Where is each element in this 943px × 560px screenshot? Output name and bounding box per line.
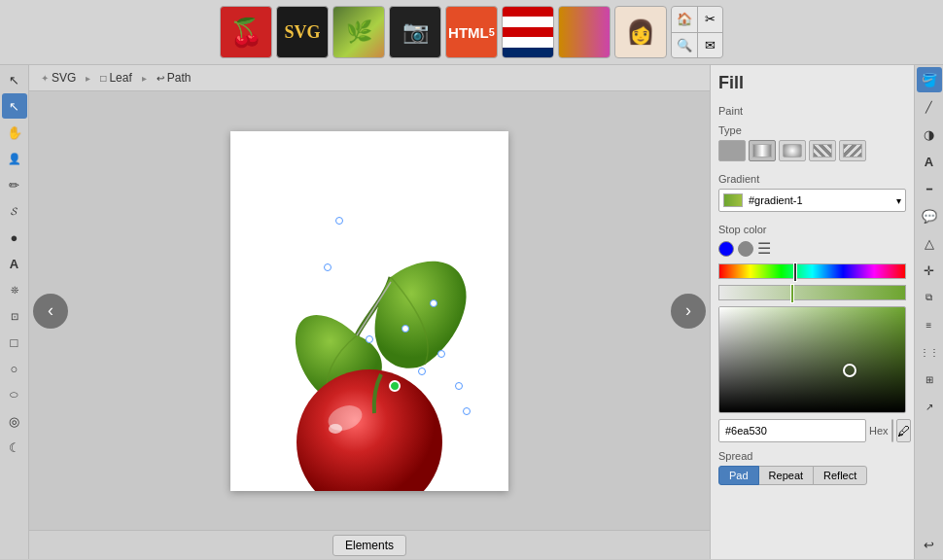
spread-label: Spread <box>718 450 906 462</box>
sel-point-4[interactable] <box>402 325 409 332</box>
hex-up-arrow[interactable]: ▲ <box>892 420 893 431</box>
tool-rect[interactable]: □ <box>2 330 27 355</box>
far-right-layers-btn[interactable]: ⧉ <box>917 285 942 310</box>
spread-reflect-label: Reflect <box>823 470 856 481</box>
stop-menu-icon[interactable]: ☰ <box>757 239 771 258</box>
search-icon[interactable]: 🔍 <box>672 33 697 58</box>
far-right-undo-btn[interactable]: ↩ <box>917 532 942 557</box>
flag-btn[interactable] <box>502 6 554 58</box>
far-right-contrast-btn[interactable]: ◑ <box>917 122 942 147</box>
far-right-export-btn[interactable]: ↗ <box>917 394 942 419</box>
breadcrumb-svg[interactable]: ✦ SVG <box>35 69 82 87</box>
sel-point-1[interactable] <box>335 217 343 225</box>
tool-node[interactable]: ↖ <box>2 93 27 119</box>
camera-btn[interactable]: 📷 <box>389 6 441 58</box>
type-pattern2-btn[interactable] <box>839 140 866 161</box>
sel-point-3[interactable] <box>366 335 373 343</box>
photo-btn[interactable]: 🌿 <box>332 6 385 58</box>
stop-color-label: Stop color <box>718 224 906 235</box>
hex-spinner[interactable]: ▲ ▼ <box>891 419 893 442</box>
cherry-icon-btn[interactable]: 🍒 <box>220 6 272 58</box>
hex-input[interactable] <box>718 419 866 442</box>
far-right-columns-btn[interactable]: ⋮⋮ <box>917 339 942 365</box>
sel-point-9[interactable] <box>463 407 471 415</box>
stop-circle-gray[interactable] <box>738 241 753 257</box>
sel-point-8[interactable] <box>455 382 463 390</box>
type-pattern1-btn[interactable] <box>809 140 836 161</box>
breadcrumb-path[interactable]: ↩ Path <box>151 69 197 87</box>
fill-title: Fill <box>718 73 906 93</box>
stop-circle-blue[interactable] <box>718 241 734 257</box>
canvas-container: ‹ <box>29 91 710 530</box>
far-right-move-btn[interactable]: ✛ <box>917 258 942 283</box>
breadcrumb-svg-label: SVG <box>52 71 76 85</box>
spread-reflect-btn[interactable]: Reflect <box>813 466 867 485</box>
color-picker-area[interactable] <box>718 306 906 413</box>
gradient-btn[interactable] <box>558 6 611 58</box>
path-icon-small: ↩ <box>157 73 164 84</box>
color-bar-indicator <box>793 262 797 282</box>
far-right-comment-btn[interactable]: 💬 <box>917 203 942 228</box>
tool-circle[interactable]: ○ <box>2 356 27 381</box>
bottom-bar: Elements <box>29 530 710 559</box>
html5-btn[interactable]: HTML5 <box>445 6 498 58</box>
picker-handle[interactable] <box>843 364 856 377</box>
alpha-bar-indicator <box>790 284 794 303</box>
breadcrumb-leaf[interactable]: □ Leaf <box>94 69 137 87</box>
far-right-triangle-btn[interactable]: △ <box>917 230 942 256</box>
elements-btn[interactable]: Elements <box>332 535 406 556</box>
svg-editor-btn[interactable]: SVG <box>276 6 329 58</box>
tool-text[interactable]: A <box>2 251 27 276</box>
spread-pad-btn[interactable]: Pad <box>718 466 759 485</box>
spread-repeat-label: Repeat <box>769 470 803 481</box>
hex-label: Hex <box>869 425 889 437</box>
svg-icon-small: ✦ <box>41 73 49 84</box>
tool-selector[interactable]: ⊡ <box>2 303 27 329</box>
tool-arrow[interactable]: ↖ <box>2 67 27 92</box>
tool-crescent[interactable]: ☾ <box>2 435 27 460</box>
color-spectrum-bar[interactable] <box>718 263 906 279</box>
spread-repeat-btn[interactable]: Repeat <box>758 466 814 485</box>
far-right-pencil-btn[interactable]: ╱ <box>917 94 942 120</box>
type-label: Type <box>718 124 906 136</box>
sel-point-7[interactable] <box>418 368 426 375</box>
gradient-handle[interactable] <box>389 380 401 392</box>
nav-prev-btn[interactable]: ‹ <box>33 294 68 329</box>
sel-point-6[interactable] <box>437 350 445 358</box>
tool-pencil[interactable]: ✏ <box>2 172 27 197</box>
tool-ellipse[interactable]: ⬭ <box>2 382 27 407</box>
hex-row: Hex ▲ ▼ 🖊 <box>718 419 906 442</box>
tool-person[interactable]: 👤 <box>2 146 27 171</box>
scissors-icon[interactable]: ✂ <box>698 7 723 32</box>
type-linear-btn[interactable] <box>749 140 776 161</box>
hex-down-arrow[interactable]: ▼ <box>892 431 893 441</box>
far-right-paint-btn[interactable]: 🪣 <box>917 67 942 92</box>
utility-grid: 🏠 ✂ 🔍 ✉ <box>671 6 723 58</box>
far-right-list-btn[interactable]: ≡ <box>917 312 942 337</box>
tool-hand[interactable]: ✋ <box>2 120 27 145</box>
gradient-select[interactable]: #gradient-1 ▾ <box>718 189 906 212</box>
tool-blob[interactable]: ● <box>2 225 27 250</box>
svg-point-2 <box>329 424 342 434</box>
tool-callig[interactable]: 𝓢 <box>2 198 27 224</box>
gradient-value: #gradient-1 <box>749 194 803 206</box>
nav-next-btn[interactable]: › <box>671 294 706 329</box>
tool-spiral[interactable]: ◎ <box>2 408 27 434</box>
breadcrumb: ✦ SVG ▸ □ Leaf ▸ ↩ Path <box>29 65 710 91</box>
far-right-grid-btn[interactable]: ⊞ <box>917 367 942 392</box>
color-picker-bg <box>719 307 905 412</box>
face-btn[interactable]: 👩 <box>614 6 667 58</box>
far-right-text-btn[interactable]: A <box>917 149 942 174</box>
top-toolbar: 🍒 SVG 🌿 📷 HTML5 👩 🏠 ✂ 🔍 ✉ <box>0 0 943 65</box>
tool-spray[interactable]: ❊ <box>2 277 27 302</box>
home-icon[interactable]: 🏠 <box>672 7 697 32</box>
color-picker-btn[interactable]: 🖊 <box>896 419 911 442</box>
sel-point-5[interactable] <box>430 299 437 307</box>
sel-point-2[interactable] <box>324 263 332 271</box>
mail-icon[interactable]: ✉ <box>698 33 723 58</box>
drawing-canvas[interactable] <box>230 131 508 491</box>
type-flat-btn[interactable] <box>718 140 746 161</box>
type-radial-btn[interactable] <box>779 140 806 161</box>
far-right-ruler-btn[interactable]: ━ <box>917 176 942 201</box>
stop-alpha-bar[interactable] <box>718 285 906 300</box>
